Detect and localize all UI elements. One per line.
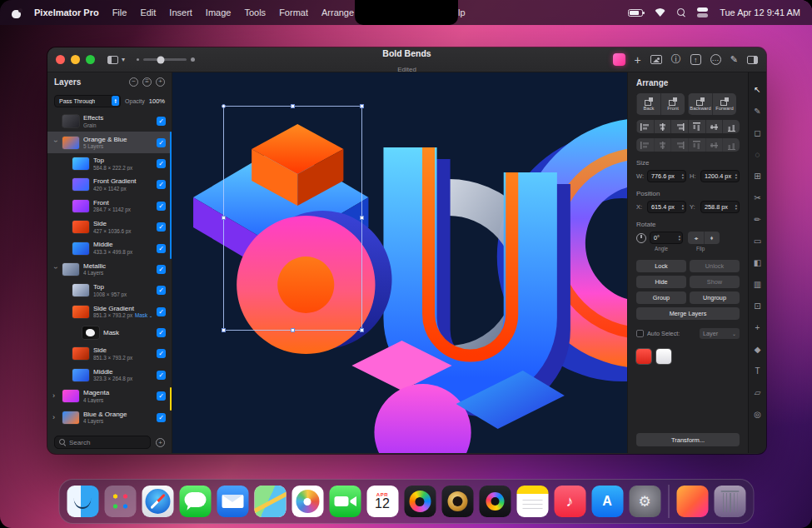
text-tool[interactable]: T [749, 361, 766, 382]
layer-mask-link[interactable]: Mask [135, 312, 152, 319]
distribute-bottom-icon[interactable] [722, 138, 740, 152]
stepper-icon[interactable] [735, 173, 737, 179]
dock-icon-app-store[interactable] [591, 486, 623, 517]
layer-effects[interactable]: › Effects Grain [47, 111, 172, 132]
dock-icon-mail[interactable] [217, 486, 248, 517]
minimize-button[interactable] [71, 55, 80, 64]
disclosure-chevron-icon[interactable]: › [52, 392, 58, 400]
select-tool[interactable]: ◻ [749, 122, 766, 144]
more-options-icon[interactable] [710, 54, 721, 65]
angle-field[interactable]: 0° [650, 232, 683, 244]
dock-icon-downloads-stack[interactable] [676, 486, 708, 517]
add-layer-icon[interactable]: + [156, 77, 165, 87]
selection-handle[interactable] [222, 216, 226, 220]
flip-horizontal-button[interactable] [688, 232, 704, 244]
height-field[interactable]: 1200.4 px [700, 170, 740, 182]
auto-select-checkbox[interactable] [636, 330, 644, 337]
paint-tool[interactable]: ✏ [749, 209, 766, 231]
stepper-icon[interactable] [735, 204, 737, 210]
order-backward-button[interactable]: Backward [688, 93, 712, 115]
dock-divider[interactable] [668, 485, 669, 518]
layer-top-metallic[interactable]: › Top 1008 × 957 px [47, 280, 172, 301]
opacity-value[interactable]: 100% [149, 97, 165, 105]
y-field[interactable]: 258.8 px [700, 201, 740, 213]
crop-tool[interactable]: ⊞ [749, 166, 766, 187]
blend-mode-dropdown[interactable]: Pass Through [54, 95, 121, 107]
layer-middle-metallic[interactable]: › Middle 323.3 × 264.8 px [47, 365, 172, 386]
clone-tool[interactable]: ⊡ [749, 296, 766, 317]
distribute-right-icon[interactable] [670, 138, 688, 152]
disclosure-chevron-icon[interactable]: › [52, 140, 59, 146]
layer-top[interactable]: › Top 584.8 × 222.2 px [47, 153, 172, 174]
format-brush-icon[interactable] [730, 54, 738, 65]
align-middle-icon[interactable] [705, 120, 723, 133]
selection-handle[interactable] [222, 328, 226, 332]
transform-button[interactable]: Transform... [636, 433, 740, 446]
stepper-icon[interactable] [682, 173, 684, 179]
width-field[interactable]: 776.6 px [647, 170, 686, 182]
layer-visibility-checkbox[interactable] [157, 391, 166, 401]
spotlight-search-icon[interactable] [677, 8, 685, 17]
selection-handle[interactable] [222, 104, 226, 108]
layer-visibility-checkbox[interactable] [157, 159, 166, 168]
layer-group-orange-blue[interactable]: › Orange & Blue 5 Layers [47, 132, 172, 152]
dock-icon-photos[interactable] [291, 486, 323, 517]
menu-file[interactable]: File [112, 7, 127, 17]
style-tool[interactable]: ✎ [749, 101, 766, 122]
order-back-button[interactable]: Back [636, 93, 660, 115]
selection-handle[interactable] [360, 104, 364, 108]
dock-icon-notes[interactable] [516, 486, 548, 517]
erase-tool[interactable]: ▭ [749, 231, 766, 252]
menu-edit[interactable]: Edit [140, 7, 156, 17]
unlock-button[interactable]: Unlock [690, 260, 740, 272]
pen-tool[interactable]: ◆ [749, 339, 766, 361]
distribute-middle-icon[interactable] [705, 138, 723, 152]
zoom-tool[interactable]: ◎ [749, 404, 766, 426]
layer-visibility-checkbox[interactable] [157, 328, 166, 337]
zoom-slider-knob[interactable] [157, 56, 164, 63]
layer-front-gradient[interactable]: › Front Gradient 420 × 1142 px [47, 174, 172, 195]
menu-tools[interactable]: Tools [244, 7, 266, 17]
add-layer-plus-icon[interactable] [156, 438, 165, 447]
layer-mask[interactable]: › Mask [47, 322, 172, 343]
x-field[interactable]: 615.4 px [647, 201, 686, 213]
view-options-chevron-icon[interactable]: ▾ [122, 56, 125, 63]
layer-visibility-checkbox[interactable] [157, 349, 166, 358]
layer-side-metallic[interactable]: › Side 851.3 × 793.2 px [47, 343, 172, 364]
layer-visibility-checkbox[interactable] [157, 371, 166, 380]
layer-visibility-checkbox[interactable] [157, 413, 166, 422]
layer-group-blue-orange[interactable]: › Blue & Orange 4 Layers [47, 406, 172, 427]
menu-image[interactable]: Image [206, 7, 232, 17]
remove-layer-icon[interactable]: − [129, 77, 138, 87]
retouch-tool[interactable]: + [749, 317, 766, 339]
distribute-top-icon[interactable] [688, 138, 705, 152]
fill-tool[interactable]: ◧ [749, 252, 766, 274]
align-bottom-icon[interactable] [722, 120, 740, 133]
info-icon[interactable] [671, 52, 681, 67]
dock-icon-finder[interactable] [67, 486, 98, 517]
dock-icon-facetime[interactable] [329, 486, 361, 517]
layer-side[interactable]: › Side 427 × 1036.6 px [47, 217, 172, 237]
dock-icon-safari[interactable] [142, 486, 173, 517]
dock-icon-maps[interactable] [254, 486, 286, 517]
align-top-icon[interactable] [688, 120, 705, 133]
selection-handle[interactable] [360, 328, 364, 332]
dock-icon-music[interactable] [554, 486, 585, 517]
quick-select-tool[interactable]: ◌ [749, 144, 766, 166]
layer-group-magenta[interactable]: › Magenta 4 Layers [47, 386, 172, 406]
layer-visibility-checkbox[interactable] [157, 265, 166, 274]
disclosure-chevron-icon[interactable]: › [52, 414, 58, 421]
layer-visibility-checkbox[interactable] [157, 286, 166, 295]
layer-visibility-checkbox[interactable] [157, 117, 166, 126]
align-right-icon[interactable] [670, 120, 688, 133]
shape-tool[interactable]: ▱ [749, 382, 766, 404]
dock-icon-messages[interactable] [179, 486, 211, 517]
layer-front[interactable]: › Front 284.7 × 1142 px [47, 196, 172, 217]
search-input[interactable] [69, 439, 146, 446]
dock-icon-launchpad[interactable] [104, 486, 136, 517]
canvas[interactable] [172, 72, 627, 453]
zoom-slider-track[interactable] [143, 58, 187, 61]
layer-visibility-checkbox[interactable] [157, 307, 166, 316]
dock-icon-calendar[interactable]: APR 12 [366, 486, 398, 517]
slice-tool[interactable]: ✂ [749, 187, 766, 209]
